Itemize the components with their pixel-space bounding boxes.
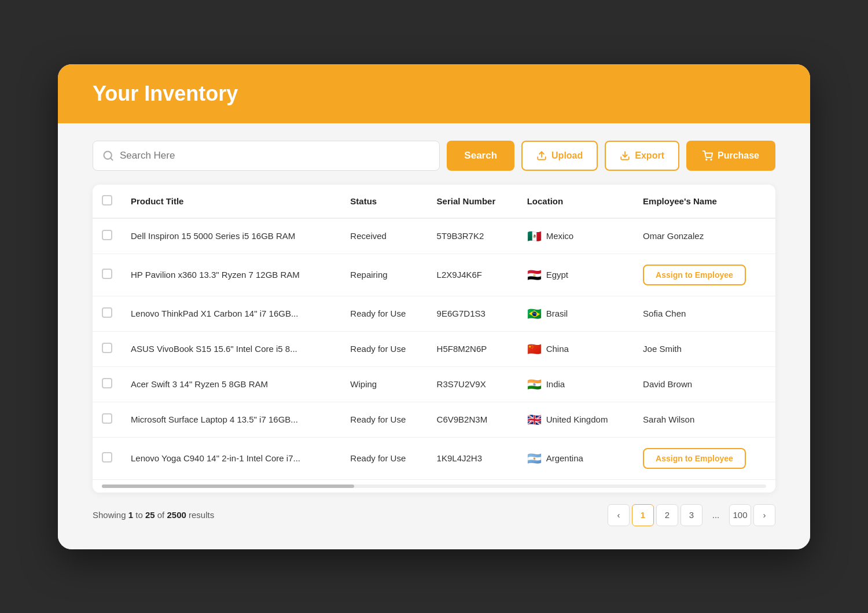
row-product: Lenovo Yoga C940 14" 2-in-1 Intel Core i… (122, 437, 341, 479)
svg-point-4 (706, 159, 707, 160)
table-row: ASUS VivoBook S15 15.6" Intel Core i5 8.… (93, 331, 775, 366)
location-name: India (546, 379, 565, 389)
assign-to-employee-button[interactable]: Assign to Employee (643, 448, 746, 469)
assign-to-employee-button[interactable]: Assign to Employee (643, 265, 746, 285)
col-location: Location (518, 185, 634, 218)
next-page-button[interactable]: › (753, 504, 775, 526)
table-row: Microsoft Surface Laptop 4 13.5" i7 16GB… (93, 402, 775, 437)
location-flag: 🇦🇷 Argentina (527, 452, 583, 465)
flag-emoji: 🇪🇬 (527, 268, 542, 282)
location-name: Brasil (546, 309, 568, 318)
row-checkbox[interactable] (102, 378, 112, 388)
row-product: Dell Inspiron 15 5000 Series i5 16GB RAM (122, 218, 341, 254)
row-status: Repairing (341, 254, 427, 296)
scrollbar-track (102, 484, 766, 488)
row-location: 🇧🇷 Brasil (518, 296, 634, 331)
location-flag: 🇪🇬 Egypt (527, 268, 568, 282)
row-employee: Joe Smith (634, 331, 775, 366)
table-header-row: Product Title Status Serial Number Locat… (93, 185, 775, 218)
row-location: 🇲🇽 Mexico (518, 218, 634, 254)
showing-from: 1 (128, 510, 133, 520)
inventory-table: Product Title Status Serial Number Locat… (93, 185, 775, 493)
col-product-title: Product Title (122, 185, 341, 218)
row-serial: 9E6G7D1S3 (428, 296, 518, 331)
row-status: Ready for Use (341, 296, 427, 331)
location-name: Mexico (546, 231, 574, 241)
col-serial: Serial Number (428, 185, 518, 218)
prev-page-button[interactable]: ‹ (608, 504, 630, 526)
row-employee: Assign to Employee (634, 437, 775, 479)
pagination-dots: ... (705, 504, 727, 526)
row-checkbox[interactable] (102, 343, 112, 353)
row-employee: David Brown (634, 366, 775, 402)
page-1-button[interactable]: 1 (632, 504, 654, 526)
app-window: Your Inventory Search Upload (58, 64, 810, 549)
search-button[interactable]: Search (447, 141, 514, 171)
header: Your Inventory (58, 64, 810, 123)
employee-name: Joe Smith (643, 344, 682, 354)
row-employee: Omar Gonzalez (634, 218, 775, 254)
search-icon (102, 150, 114, 161)
export-button[interactable]: Export (605, 141, 679, 171)
export-label: Export (635, 151, 664, 161)
flag-emoji: 🇧🇷 (527, 307, 542, 321)
row-serial: H5F8M2N6P (428, 331, 518, 366)
row-checkbox[interactable] (102, 230, 112, 240)
table-row: Dell Inspiron 15 5000 Series i5 16GB RAM… (93, 218, 775, 254)
page-3-button[interactable]: 3 (681, 504, 703, 526)
row-status: Received (341, 218, 427, 254)
row-checkbox[interactable] (102, 307, 112, 318)
toolbar: Search Upload Export Purchase (93, 141, 775, 171)
export-icon (620, 151, 630, 161)
row-checkbox[interactable] (102, 269, 112, 279)
flag-emoji: 🇮🇳 (527, 377, 542, 391)
search-wrapper (93, 141, 440, 171)
employee-name: Omar Gonzalez (643, 231, 704, 241)
row-checkbox[interactable] (102, 452, 112, 462)
showing-to: 25 (145, 510, 155, 520)
table-row: Lenovo Yoga C940 14" 2-in-1 Intel Core i… (93, 437, 775, 479)
row-product: ASUS VivoBook S15 15.6" Intel Core i5 8.… (122, 331, 341, 366)
showing-total: 2500 (167, 510, 186, 520)
row-checkbox[interactable] (102, 413, 112, 424)
row-status: Ready for Use (341, 402, 427, 437)
row-serial: L2X9J4K6F (428, 254, 518, 296)
row-location: 🇬🇧 United Kingdom (518, 402, 634, 437)
location-flag: 🇬🇧 United Kingdom (527, 413, 608, 427)
page-100-button[interactable]: 100 (729, 504, 751, 526)
location-name: China (546, 344, 569, 354)
select-all-checkbox[interactable] (102, 195, 112, 205)
scrollbar-thumb (102, 484, 354, 488)
scrollbar-area (93, 479, 775, 493)
row-location: 🇮🇳 India (518, 366, 634, 402)
row-employee: Assign to Employee (634, 254, 775, 296)
upload-icon (536, 151, 547, 161)
row-checkbox-cell (93, 218, 122, 254)
purchase-label: Purchase (718, 151, 759, 161)
flag-emoji: 🇬🇧 (527, 413, 542, 427)
page-title: Your Inventory (93, 82, 775, 106)
location-name: United Kingdom (546, 414, 608, 424)
row-serial: C6V9B2N3M (428, 402, 518, 437)
flag-emoji: 🇲🇽 (527, 229, 542, 243)
col-checkbox (93, 185, 122, 218)
row-checkbox-cell (93, 402, 122, 437)
col-status: Status (341, 185, 427, 218)
row-status: Ready for Use (341, 331, 427, 366)
row-checkbox-cell (93, 437, 122, 479)
row-status: Ready for Use (341, 437, 427, 479)
showing-text: Showing 1 to 25 of 2500 results (93, 510, 214, 520)
row-serial: R3S7U2V9X (428, 366, 518, 402)
employee-name: Sofia Chen (643, 309, 686, 318)
upload-label: Upload (551, 151, 583, 161)
page-2-button[interactable]: 2 (656, 504, 678, 526)
location-flag: 🇧🇷 Brasil (527, 307, 568, 321)
search-input[interactable] (120, 150, 430, 161)
upload-button[interactable]: Upload (521, 141, 598, 171)
row-product: Acer Swift 3 14" Ryzen 5 8GB RAM (122, 366, 341, 402)
row-product: Microsoft Surface Laptop 4 13.5" i7 16GB… (122, 402, 341, 437)
row-serial: 1K9L4J2H3 (428, 437, 518, 479)
purchase-button[interactable]: Purchase (686, 141, 775, 171)
row-location: 🇨🇳 China (518, 331, 634, 366)
row-product: Lenovo ThinkPad X1 Carbon 14" i7 16GB... (122, 296, 341, 331)
